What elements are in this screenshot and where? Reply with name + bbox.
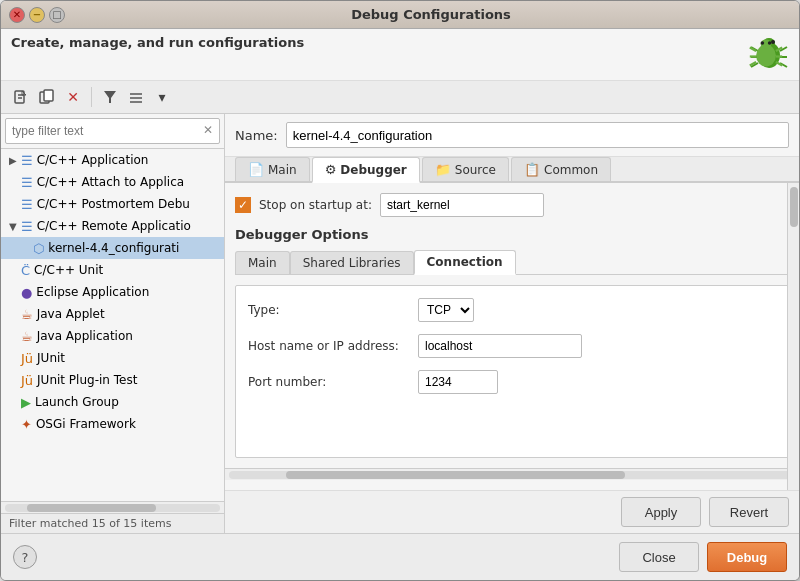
type-select[interactable]: TCP UDP	[418, 298, 474, 322]
tree-item-cpp-postmortem[interactable]: ☰ C/C++ Postmortem Debu	[1, 193, 224, 215]
sub-tab-shared-libs[interactable]: Shared Libraries	[290, 251, 414, 274]
revert-btn[interactable]: Revert	[709, 497, 789, 527]
main-content: ✕ ▶ ☰ C/C++ Application ☰ C/C++ Attach t…	[1, 114, 799, 533]
tree-item-cpp-remote[interactable]: ▼ ☰ C/C++ Remote Applicatio	[1, 215, 224, 237]
tree-item-java-app[interactable]: ☕ Java Application	[1, 325, 224, 347]
actions-row: Apply Revert	[225, 490, 799, 533]
help-btn[interactable]: ?	[13, 545, 37, 569]
tree-item-junit-plugin[interactable]: Jü JUnit Plug-in Test	[1, 369, 224, 391]
stop-on-startup-label: Stop on startup at:	[259, 198, 372, 212]
junit-icon: Jü	[21, 351, 33, 366]
tree-item-java-applet[interactable]: ☕ Java Applet	[1, 303, 224, 325]
debug-btn[interactable]: Debug	[707, 542, 787, 572]
tab-main[interactable]: 📄 Main	[235, 157, 310, 181]
stop-at-input[interactable]	[380, 193, 544, 217]
sub-tab-main[interactable]: Main	[235, 251, 290, 274]
kernel-icon: ⬡	[33, 241, 44, 256]
scroll-track	[5, 504, 220, 512]
tree-item-osgi[interactable]: ✦ OSGi Framework	[1, 413, 224, 435]
stop-on-startup-checkbox[interactable]: ✓	[235, 197, 251, 213]
tree-item-label: Java Application	[37, 329, 133, 343]
collapse-btn[interactable]	[124, 85, 148, 109]
toolbar: ✕ ▾	[1, 81, 799, 114]
tree-item-launch[interactable]: ▶ Launch Group	[1, 391, 224, 413]
window-controls: ✕ − □	[9, 7, 65, 23]
cpp-remote-icon: ☰	[21, 219, 33, 234]
tab-source-label: Source	[455, 163, 496, 177]
duplicate-config-btn[interactable]	[35, 85, 59, 109]
tree-item-label: C/C++ Postmortem Debu	[37, 197, 190, 211]
cpp-app-icon: ☰	[21, 153, 33, 168]
svg-marker-15	[104, 91, 116, 103]
hostname-label: Host name or IP address:	[248, 339, 408, 353]
main-tab-icon: 📄	[248, 162, 264, 177]
tabs-row: 📄 Main ⚙ Debugger 📁 Source 📋 Common	[225, 157, 799, 183]
bottom-scrollbar[interactable]	[225, 468, 799, 480]
type-row: Type: TCP UDP	[248, 298, 776, 322]
svg-rect-14	[44, 90, 53, 101]
source-tab-icon: 📁	[435, 162, 451, 177]
tab-common[interactable]: 📋 Common	[511, 157, 611, 181]
filter-btn[interactable]	[98, 85, 122, 109]
tree-item-junit[interactable]: Jü JUnit	[1, 347, 224, 369]
name-row: Name:	[225, 114, 799, 157]
expand-btn[interactable]: ▾	[150, 85, 174, 109]
sub-tabs-row: Main Shared Libraries Connection	[235, 250, 789, 275]
filter-box: ✕	[1, 114, 224, 149]
tree-item-cpp-unit[interactable]: C̈ C/C++ Unit	[1, 259, 224, 281]
window: ✕ − □ Debug Configurations Create, manag…	[0, 0, 800, 581]
tree-item-cpp-app[interactable]: ▶ ☰ C/C++ Application	[1, 149, 224, 171]
filter-status: Filter matched 15 of 15 items	[1, 513, 224, 533]
tree-item-label: C/C++ Application	[37, 153, 149, 167]
right-panel: Name: 📄	[225, 114, 799, 533]
tree-item-kernel-config[interactable]: ⬡ kernel-4.4_configurati	[1, 237, 224, 259]
h-scrollbar[interactable]	[1, 501, 224, 513]
stop-on-startup-row: ✓ Stop on startup at:	[235, 193, 789, 217]
tree-item-label: C/C++ Attach to Applica	[37, 175, 184, 189]
java-applet-icon: ☕	[21, 307, 33, 322]
tree-item-label: JUnit Plug-in Test	[37, 373, 137, 387]
minimize-window-btn[interactable]: −	[29, 7, 45, 23]
tab-source[interactable]: 📁 Source	[422, 157, 509, 181]
junit-plugin-icon: Jü	[21, 373, 33, 388]
left-panel: ✕ ▶ ☰ C/C++ Application ☰ C/C++ Attach t…	[1, 114, 225, 533]
expand-icon-cpp-app: ▶	[9, 155, 21, 166]
toolbar-sep	[91, 87, 92, 107]
v-scroll-thumb	[790, 187, 798, 227]
tab-debugger[interactable]: ⚙ Debugger	[312, 157, 420, 183]
type-select-wrapper: TCP UDP	[418, 298, 474, 322]
filter-clear-btn[interactable]: ✕	[200, 122, 216, 138]
bottom-scroll-track	[229, 471, 795, 479]
tree-item-label: JUnit	[37, 351, 65, 365]
tree-item-cpp-attach[interactable]: ☰ C/C++ Attach to Applica	[1, 171, 224, 193]
name-input[interactable]	[286, 122, 789, 148]
hostname-input[interactable]	[418, 334, 582, 358]
sub-tab-shared-libs-label: Shared Libraries	[303, 256, 401, 270]
tab-debugger-label: Debugger	[340, 163, 406, 177]
tab-main-label: Main	[268, 163, 297, 177]
right-scrollbar[interactable]	[787, 183, 799, 490]
delete-config-btn[interactable]: ✕	[61, 85, 85, 109]
port-input[interactable]	[418, 370, 498, 394]
help-icon: ?	[22, 550, 29, 565]
close-window-btn[interactable]: ✕	[9, 7, 25, 23]
new-config-btn[interactable]	[9, 85, 33, 109]
sub-tab-connection[interactable]: Connection	[414, 250, 516, 275]
maximize-window-btn[interactable]: □	[49, 7, 65, 23]
apply-btn[interactable]: Apply	[621, 497, 701, 527]
type-label: Type:	[248, 303, 408, 317]
tree-item-eclipse[interactable]: ● Eclipse Application	[1, 281, 224, 303]
titlebar: ✕ − □ Debug Configurations	[1, 1, 799, 29]
cpp-postmortem-icon: ☰	[21, 197, 33, 212]
tree-item-label: Eclipse Application	[36, 285, 149, 299]
checkmark-icon: ✓	[238, 198, 248, 212]
close-btn[interactable]: Close	[619, 542, 699, 572]
tree-item-label: kernel-4.4_configurati	[48, 241, 179, 255]
sub-tab-connection-label: Connection	[427, 255, 503, 269]
tree-list: ▶ ☰ C/C++ Application ☰ C/C++ Attach to …	[1, 149, 224, 501]
scroll-thumb	[27, 504, 156, 512]
tree-item-label: C/C++ Unit	[34, 263, 103, 277]
filter-input[interactable]	[5, 118, 220, 144]
bottom-scroll-thumb	[286, 471, 626, 479]
svg-rect-10	[15, 91, 24, 103]
